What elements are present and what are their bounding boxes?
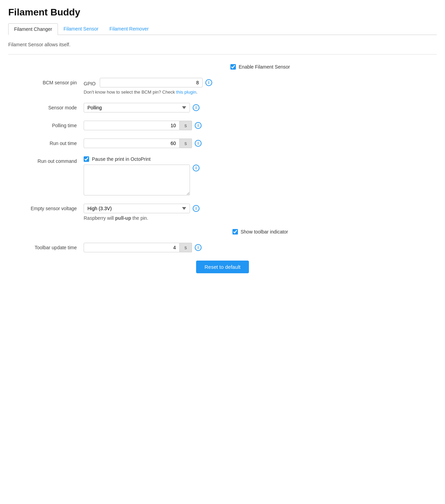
enable-filament-sensor-checkbox[interactable] xyxy=(230,64,236,70)
run-out-time-row: Run out time s i xyxy=(8,139,437,148)
run-out-command-textarea[interactable] xyxy=(84,165,190,195)
polling-time-input-wrapper: s xyxy=(84,121,192,130)
show-toolbar-checkbox[interactable] xyxy=(232,229,238,235)
sensor-mode-select[interactable]: Polling Pin change xyxy=(84,103,190,112)
tab-filament-sensor[interactable]: Filament Sensor xyxy=(58,23,104,35)
this-plugin-link[interactable]: this plugin xyxy=(176,89,196,95)
gpio-prefix: GPIO xyxy=(84,79,96,86)
run-out-time-label: Run out time xyxy=(8,139,84,146)
tab-filament-remover[interactable]: Filament Remover xyxy=(104,23,154,35)
app-title: Filament Buddy xyxy=(8,7,437,18)
empty-sensor-voltage-select[interactable]: High (3.3V) Low (0V) xyxy=(84,204,190,213)
bcm-sensor-pin-control: GPIO i Don't know how to select the BCM … xyxy=(84,78,437,95)
section-divider xyxy=(8,54,437,55)
toolbar-update-time-unit: s xyxy=(180,243,192,252)
polling-time-input[interactable] xyxy=(84,121,180,130)
show-toolbar-row: Show toolbar indicator xyxy=(8,229,437,235)
run-out-time-unit: s xyxy=(180,139,192,148)
run-out-time-info-icon[interactable]: i xyxy=(195,140,202,147)
run-out-command-info-icon[interactable]: i xyxy=(193,165,200,171)
polling-time-unit: s xyxy=(180,121,192,130)
run-out-time-input[interactable] xyxy=(84,139,180,148)
empty-sensor-voltage-info-icon[interactable]: i xyxy=(193,205,200,212)
run-out-time-input-wrapper: s xyxy=(84,139,192,148)
empty-sensor-voltage-input-row: High (3.3V) Low (0V) i xyxy=(84,204,437,213)
reset-to-default-button[interactable]: Reset to default xyxy=(196,261,249,273)
tab-filament-changer[interactable]: Filament Changer xyxy=(8,23,58,35)
sensor-mode-row: Sensor mode Polling Pin change i xyxy=(8,103,437,112)
raspberry-hint: Raspberry will pull-up the pin. xyxy=(84,215,437,221)
polling-time-control: s i xyxy=(84,121,437,130)
run-out-textarea-row: i xyxy=(84,165,437,195)
toolbar-update-time-input-row: s i xyxy=(84,243,437,252)
empty-sensor-voltage-label: Empty sensor voltage xyxy=(8,204,84,211)
run-out-time-control: s i xyxy=(84,139,437,148)
pause-print-checkbox[interactable] xyxy=(84,156,89,162)
enable-filament-sensor-label: Enable Filament Sensor xyxy=(239,64,290,70)
run-out-command-label: Run out command xyxy=(8,156,84,164)
empty-sensor-voltage-control: High (3.3V) Low (0V) i Raspberry will pu… xyxy=(84,204,437,221)
bcm-sensor-pin-label: BCM sensor pin xyxy=(8,78,84,85)
toolbar-update-time-input-wrapper: s xyxy=(84,243,192,252)
sensor-mode-input-row: Polling Pin change i xyxy=(84,103,437,112)
run-out-command-row: Run out command Pause the print in OctoP… xyxy=(8,156,437,195)
toolbar-update-time-control: s i xyxy=(84,243,437,252)
polling-time-row: Polling time s i xyxy=(8,121,437,130)
pause-print-label: Pause the print in OctoPrint xyxy=(92,156,151,162)
run-out-command-control: Pause the print in OctoPrint i xyxy=(84,156,437,195)
toolbar-update-time-info-icon[interactable]: i xyxy=(195,244,202,251)
toolbar-update-time-row: Toolbar update time s i xyxy=(8,243,437,252)
tabs-bar: Filament Changer Filament Sensor Filamen… xyxy=(8,23,437,35)
bcm-sensor-pin-hint: Don't know how to select the BCM pin? Ch… xyxy=(84,89,437,95)
sensor-mode-info-icon[interactable]: i xyxy=(193,104,200,111)
polling-time-info-icon[interactable]: i xyxy=(195,122,202,129)
show-toolbar-label: Show toolbar indicator xyxy=(241,229,288,235)
empty-sensor-voltage-row: Empty sensor voltage High (3.3V) Low (0V… xyxy=(8,204,437,221)
bcm-sensor-pin-input-row: GPIO i xyxy=(84,78,437,87)
page-description: Filament Sensor allows itself. xyxy=(8,42,437,47)
polling-time-label: Polling time xyxy=(8,121,84,128)
bcm-sensor-pin-row: BCM sensor pin GPIO i Don't know how to … xyxy=(8,78,437,95)
sensor-mode-label: Sensor mode xyxy=(8,103,84,110)
toolbar-update-time-input[interactable] xyxy=(84,243,180,252)
polling-time-input-row: s i xyxy=(84,121,437,130)
run-out-pause-row: Pause the print in OctoPrint xyxy=(84,156,437,162)
bcm-sensor-pin-info-icon[interactable]: i xyxy=(205,79,212,86)
reset-button-row: Reset to default xyxy=(8,261,437,273)
enable-sensor-row: Enable Filament Sensor xyxy=(8,64,437,70)
sensor-mode-control: Polling Pin change i xyxy=(84,103,437,112)
toolbar-update-time-label: Toolbar update time xyxy=(8,243,84,250)
run-out-time-input-row: s i xyxy=(84,139,437,148)
bcm-sensor-pin-input[interactable] xyxy=(100,78,203,87)
